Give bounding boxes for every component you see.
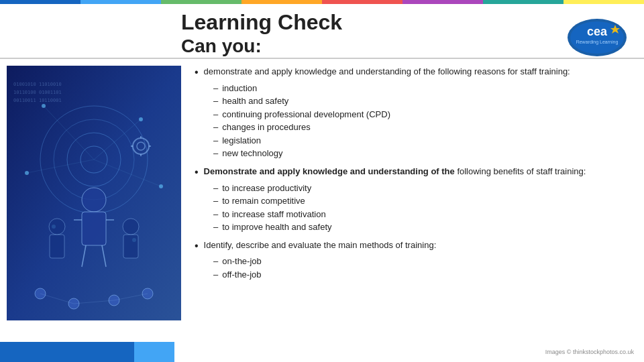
bullet-section-2: • Demonstrate and apply knowledge and un… <box>195 166 631 234</box>
bullet-3-dot: • <box>195 239 199 253</box>
svg-text:10110100 01001101: 10110100 01001101 <box>13 90 62 95</box>
bullet-2-dot: • <box>195 166 199 180</box>
bullet-section-1: • demonstrate and apply knowledge and un… <box>195 66 631 160</box>
list-item: continuing professional development (CPD… <box>213 108 631 121</box>
list-item: to increase productivity <box>213 182 631 195</box>
logo: cea Rewarding Learning <box>564 17 631 58</box>
bullet-2-bold: Demonstrate and apply knowledge and unde… <box>204 166 455 176</box>
bullet-3-text: Identify, describe and evaluate the main… <box>204 239 437 251</box>
header: Learning Check Can you: cea Rewarding Le… <box>0 4 644 58</box>
footer-white-block: Images © thinkstockphotos.co.uk <box>174 342 644 362</box>
svg-rect-24 <box>82 212 106 245</box>
title-line1: Learning Check <box>181 9 342 35</box>
list-item: off-the-job <box>213 268 631 282</box>
bullet-2-main: • Demonstrate and apply knowledge and un… <box>195 166 631 180</box>
svg-point-23 <box>82 188 106 212</box>
bullet-section-3: • Identify, describe and evaluate the ma… <box>195 239 631 282</box>
background-graphic: 01001010 11010010 10110100 01001101 0011… <box>7 66 181 320</box>
bullet-3-main: • Identify, describe and evaluate the ma… <box>195 239 631 253</box>
svg-rect-30 <box>50 235 64 258</box>
bullet-1-dot: • <box>195 66 199 80</box>
list-item: to increase staff motivation <box>213 208 631 221</box>
list-item: on-the-job <box>213 255 631 268</box>
list-item: legislation <box>213 134 631 147</box>
svg-text:01001010 11010010: 01001010 11010010 <box>13 82 62 87</box>
bullet-1-text: demonstrate and apply knowledge and unde… <box>204 66 570 78</box>
svg-rect-32 <box>123 235 138 258</box>
footer-light-blue-block <box>134 342 174 362</box>
logo-svg: cea Rewarding Learning <box>567 18 627 57</box>
bullet-1-main: • demonstrate and apply knowledge and un… <box>195 66 631 80</box>
footer-blue-block <box>0 342 134 362</box>
list-item: health and safety <box>213 95 631 108</box>
bullet-2-text: Demonstrate and apply knowledge and unde… <box>204 166 586 178</box>
list-item: to improve health and safety <box>213 221 631 234</box>
bullet-2-normal: following benefits of staff training: <box>455 166 586 176</box>
footer-text: Images © thinkstockphotos.co.uk <box>545 349 634 355</box>
svg-text:Rewarding Learning: Rewarding Learning <box>576 40 619 45</box>
list-item: to remain competitive <box>213 194 631 208</box>
page-title: Learning Check Can you: <box>181 9 342 58</box>
list-item: changes in procedures <box>213 121 631 134</box>
list-item: induction <box>213 82 631 95</box>
svg-point-29 <box>49 219 65 235</box>
content-area: • demonstrate and apply knowledge and un… <box>188 59 644 341</box>
svg-text:cea: cea <box>587 25 608 38</box>
list-item: new technology <box>213 147 631 160</box>
bullet-2-sublist: to increase productivity to remain compe… <box>213 182 631 234</box>
hero-image: 01001010 11010010 10110100 01001101 0011… <box>7 66 181 320</box>
footer-bar: Images © thinkstockphotos.co.uk <box>0 342 644 362</box>
bullet-1-sublist: induction health and safety continuing p… <box>213 82 631 160</box>
svg-text:00110011 10110001: 00110011 10110001 <box>13 98 62 103</box>
main-content: 01001010 11010010 10110100 01001101 0011… <box>0 59 644 341</box>
title-line2: Can you: <box>181 35 342 58</box>
bullet-3-sublist: on-the-job off-the-job <box>213 255 631 281</box>
svg-point-31 <box>123 219 139 235</box>
